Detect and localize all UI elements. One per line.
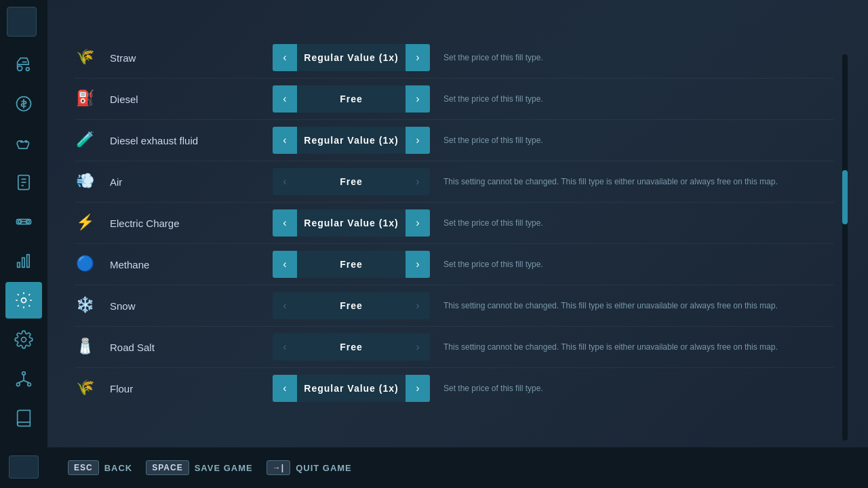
bottom-btn-back[interactable]: ESC BACK [68, 460, 132, 475]
setting-desc-diesel: Set the price of this fill type. [443, 94, 834, 105]
ctrl-left-diesel[interactable]: ‹ [273, 85, 297, 113]
setting-desc-snow: This setting cannot be changed. This fil… [443, 300, 834, 312]
setting-name-snow: Snow [110, 300, 259, 312]
ctrl-left-methane[interactable]: ‹ [273, 251, 297, 278]
ctrl-value-diesel-exhaust: Regular Value (1x) [297, 127, 406, 154]
setting-name-diesel: Diesel [110, 94, 259, 105]
svg-line-23 [24, 380, 29, 383]
q-button[interactable] [7, 7, 37, 37]
setting-control-diesel-exhaust: ‹ Regular Value (1x) › [273, 127, 430, 154]
sidebar-item-tractor[interactable] [5, 46, 42, 83]
setting-name-diesel-exhaust: Diesel exhaust fluid [110, 135, 259, 146]
ctrl-left-straw[interactable]: ‹ [273, 44, 297, 71]
main-content: 🌾 Straw ‹ Regular Value (1x) › Set the p… [47, 0, 868, 447]
setting-control-straw: ‹ Regular Value (1x) › [273, 44, 430, 71]
sidebar-item-network[interactable] [5, 361, 42, 397]
bottom-bar: ESC BACK SPACE SAVE GAME →| QUIT GAME [47, 447, 868, 488]
btn-label-0: BACK [104, 463, 133, 473]
e-button[interactable] [9, 455, 39, 479]
setting-icon-snow: ❄️ [75, 295, 96, 317]
svg-line-22 [18, 380, 24, 383]
ctrl-right-diesel-exhaust[interactable]: › [406, 127, 430, 154]
setting-desc-methane: Set the price of this fill type. [443, 259, 834, 270]
setting-row-air: 💨 Air ‹ Free › This setting cannot be ch… [75, 161, 834, 203]
ctrl-right-straw[interactable]: › [406, 44, 430, 71]
svg-point-16 [22, 298, 26, 303]
ctrl-value-diesel: Free [297, 85, 406, 113]
setting-icon-electric-charge: ⚡ [75, 212, 96, 234]
setting-name-road-salt: Road Salt [110, 342, 259, 353]
ctrl-right-road-salt: › [406, 333, 430, 361]
btn-label-1: SAVE GAME [195, 463, 253, 473]
ctrl-right-air: › [406, 168, 430, 195]
ctrl-value-electric-charge: Regular Value (1x) [297, 209, 406, 237]
setting-row-diesel-exhaust: 🧪 Diesel exhaust fluid ‹ Regular Value (… [75, 120, 834, 161]
ctrl-left-snow: ‹ [273, 292, 297, 319]
key-badge-1: SPACE [146, 460, 189, 475]
ctrl-value-methane: Free [297, 251, 406, 278]
ctrl-value-flour: Regular Value (1x) [297, 375, 406, 402]
setting-control-air: ‹ Free › [273, 168, 430, 195]
setting-control-flour: ‹ Regular Value (1x) › [273, 375, 430, 402]
setting-name-flour: Flour [110, 383, 259, 394]
ctrl-value-road-salt: Free [297, 333, 406, 361]
setting-control-electric-charge: ‹ Regular Value (1x) › [273, 209, 430, 237]
ctrl-right-flour[interactable]: › [406, 375, 430, 402]
svg-point-3 [20, 141, 22, 142]
scrollbar-track[interactable] [842, 54, 848, 441]
svg-point-20 [28, 383, 31, 386]
setting-icon-road-salt: 🧂 [75, 336, 96, 358]
setting-icon-diesel: ⛽ [75, 88, 96, 110]
ctrl-right-methane[interactable]: › [406, 251, 430, 278]
setting-control-methane: ‹ Free › [273, 251, 430, 278]
svg-point-4 [25, 141, 26, 142]
svg-point-0 [18, 66, 22, 70]
svg-point-17 [22, 338, 26, 342]
setting-desc-straw: Set the price of this fill type. [443, 52, 834, 64]
setting-icon-straw: 🌾 [75, 47, 96, 68]
setting-name-straw: Straw [110, 52, 259, 64]
sidebar-item-stats[interactable] [5, 243, 42, 279]
setting-icon-air: 💨 [75, 171, 96, 192]
svg-point-19 [17, 383, 20, 386]
ctrl-value-snow: Free [297, 292, 406, 319]
sidebar-item-gear2[interactable] [5, 321, 42, 358]
ctrl-value-air: Free [297, 168, 406, 195]
setting-icon-methane: 🔵 [75, 253, 96, 275]
bottom-btn-quit-game[interactable]: →| QUIT GAME [267, 460, 352, 475]
setting-name-electric-charge: Electric Charge [110, 218, 259, 229]
ctrl-left-diesel-exhaust[interactable]: ‹ [273, 127, 297, 154]
svg-rect-14 [22, 258, 25, 267]
setting-row-flour: 🌾 Flour ‹ Regular Value (1x) › Set the p… [75, 368, 834, 403]
setting-desc-electric-charge: Set the price of this fill type. [443, 218, 834, 229]
settings-list: 🌾 Straw ‹ Regular Value (1x) › Set the p… [75, 37, 841, 403]
btn-label-2: QUIT GAME [296, 463, 352, 473]
ctrl-left-flour[interactable]: ‹ [273, 375, 297, 402]
sidebar-item-conveyor[interactable] [5, 203, 42, 240]
setting-control-snow: ‹ Free › [273, 292, 430, 319]
setting-row-electric-charge: ⚡ Electric Charge ‹ Regular Value (1x) ›… [75, 203, 834, 244]
key-badge-0: ESC [68, 460, 99, 475]
svg-point-18 [22, 372, 26, 375]
svg-rect-13 [18, 262, 20, 267]
setting-desc-diesel-exhaust: Set the price of this fill type. [443, 135, 834, 146]
setting-name-methane: Methane [110, 259, 259, 270]
setting-row-snow: ❄️ Snow ‹ Free › This setting cannot be … [75, 285, 834, 327]
scrollbar-thumb[interactable] [842, 170, 848, 224]
setting-icon-flour: 🌾 [75, 378, 96, 399]
ctrl-right-diesel[interactable]: › [406, 85, 430, 113]
ctrl-right-electric-charge[interactable]: › [406, 209, 430, 237]
sidebar-item-money[interactable] [5, 85, 42, 122]
setting-desc-flour: Set the price of this fill type. [443, 383, 834, 394]
setting-row-straw: 🌾 Straw ‹ Regular Value (1x) › Set the p… [75, 37, 834, 79]
setting-icon-diesel-exhaust: 🧪 [75, 129, 96, 151]
sidebar-item-settings[interactable] [5, 282, 42, 319]
setting-row-diesel: ⛽ Diesel ‹ Free › Set the price of this … [75, 79, 834, 120]
bottom-btn-save-game[interactable]: SPACE SAVE GAME [146, 460, 253, 475]
ctrl-left-electric-charge[interactable]: ‹ [273, 209, 297, 237]
sidebar-item-book[interactable] [5, 400, 42, 436]
key-badge-2: →| [267, 460, 290, 475]
ctrl-value-straw: Regular Value (1x) [297, 44, 406, 71]
sidebar-item-contracts[interactable] [5, 164, 42, 201]
sidebar-item-animals[interactable] [5, 125, 42, 161]
